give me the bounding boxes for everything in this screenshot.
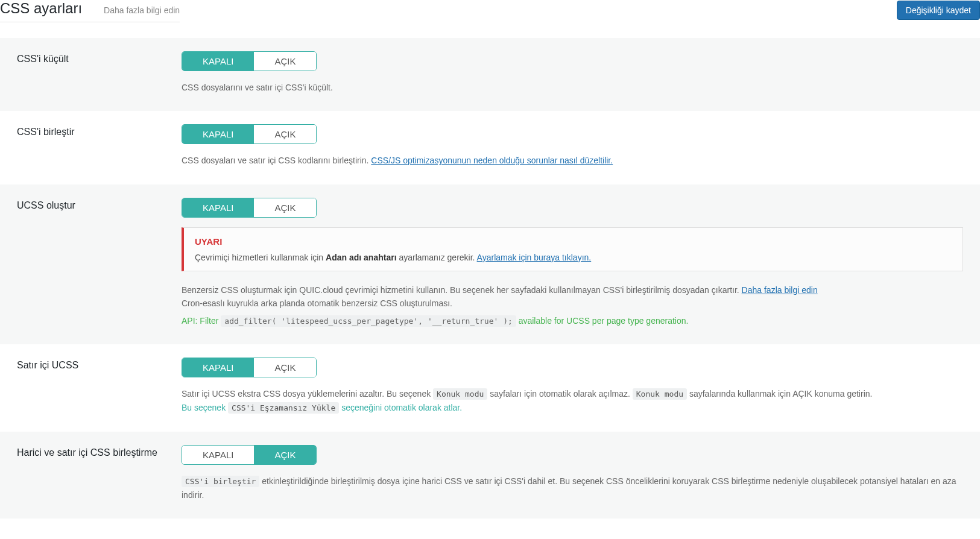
desc-ucss-api: API: Filter add_filter( 'litespeed_ucss_… [182, 314, 963, 328]
desc-ucss-1: Benzersiz CSS oluşturmak için QUIC.cloud… [182, 283, 963, 297]
label-ucss: UCSS oluştur [17, 198, 182, 211]
notice-body: Çevrimiçi hizmetleri kullanmak için Adan… [195, 253, 952, 262]
toggle-on-css-minify[interactable]: AÇIK [254, 52, 316, 71]
label-css-minify: CSS'i küçült [17, 51, 182, 65]
ucss-domain-key-link[interactable]: Ayarlamak için buraya tıklayın. [477, 253, 592, 262]
api-code: add_filter( 'litespeed_ucss_per_pagetype… [221, 315, 516, 327]
row-ext-inline-combine: Harici ve satır içi CSS birleştirme KAPA… [0, 432, 980, 519]
api-tail: available for UCSS per page type generat… [519, 316, 689, 326]
row-ucss: UCSS oluştur KAPALI AÇIK UYARI Çevrimiçi… [0, 184, 980, 345]
desc-css-minify: CSS dosyalarını ve satır içi CSS'i küçül… [182, 81, 963, 94]
desc-inline-ucss-1: Satır içi UCSS ekstra CSS dosya yüklemel… [182, 387, 963, 401]
toggle-off-css-minify[interactable]: KAPALI [182, 52, 254, 71]
label-css-combine: CSS'i birleştir [17, 124, 182, 137]
ucss-warning-notice: UYARI Çevrimiçi hizmetleri kullanmak içi… [182, 227, 963, 271]
toggle-off-ext-inline[interactable]: KAPALI [182, 446, 254, 464]
guest-mode-badge-1: Konuk modu [433, 388, 487, 400]
toggle-ext-inline-combine: KAPALI AÇIK [182, 445, 317, 465]
notice-title: UYARI [195, 236, 952, 247]
ucss-learn-more-link[interactable]: Daha fazla bilgi edin [742, 285, 818, 295]
toggle-inline-ucss: KAPALI AÇIK [182, 358, 317, 377]
desc-ucss-2: Cron-esaslı kuyrukla arka planda otomati… [182, 297, 963, 310]
toggle-on-css-combine[interactable]: AÇIK [254, 125, 316, 143]
row-css-combine: CSS'i birleştir KAPALI AÇIK CSS dosyalar… [0, 111, 980, 184]
learn-more-link[interactable]: Daha fazla bilgi edin [104, 5, 180, 15]
desc-inline-ucss-2: Bu seçenek CSS'i Eşzamansız Yükle seçene… [182, 401, 963, 415]
desc-ext-inline: CSS'i birleştir etkinleştirildiğinde bir… [182, 474, 963, 502]
toggle-ucss: KAPALI AÇIK [182, 198, 317, 218]
toggle-off-inline-ucss[interactable]: KAPALI [182, 358, 254, 377]
page-title: CSS ayarları [0, 0, 82, 17]
row-inline-ucss: Satır içi UCSS KAPALI AÇIK Satır içi UCS… [0, 344, 980, 432]
toggle-css-minify: KAPALI AÇIK [182, 51, 317, 71]
desc-text: CSS dosyaları ve satır içi CSS kodlarını… [182, 156, 371, 165]
toggle-off-css-combine[interactable]: KAPALI [182, 125, 254, 143]
guest-mode-badge-2: Konuk modu [633, 388, 687, 400]
toggle-on-ext-inline[interactable]: AÇIK [254, 446, 316, 464]
toggle-off-ucss[interactable]: KAPALI [182, 198, 254, 217]
css-combine-badge: CSS'i birleştir [182, 476, 259, 487]
row-css-minify: CSS'i küçült KAPALI AÇIK CSS dosyalarını… [0, 38, 980, 111]
api-label: API: Filter [182, 316, 218, 326]
toggle-on-ucss[interactable]: AÇIK [254, 198, 316, 217]
css-async-badge: CSS'i Eşzamansız Yükle [228, 402, 339, 414]
toggle-css-combine: KAPALI AÇIK [182, 124, 317, 144]
toggle-on-inline-ucss[interactable]: AÇIK [254, 358, 316, 377]
save-changes-button[interactable]: Değişikliği kaydet [897, 1, 980, 20]
css-combine-help-link[interactable]: CSS/JS optimizasyonunun neden olduğu sor… [371, 156, 613, 165]
desc-css-combine: CSS dosyaları ve satır içi CSS kodlarını… [182, 154, 963, 167]
label-ext-inline-combine: Harici ve satır içi CSS birleştirme [17, 445, 182, 458]
label-inline-ucss: Satır içi UCSS [17, 358, 182, 371]
